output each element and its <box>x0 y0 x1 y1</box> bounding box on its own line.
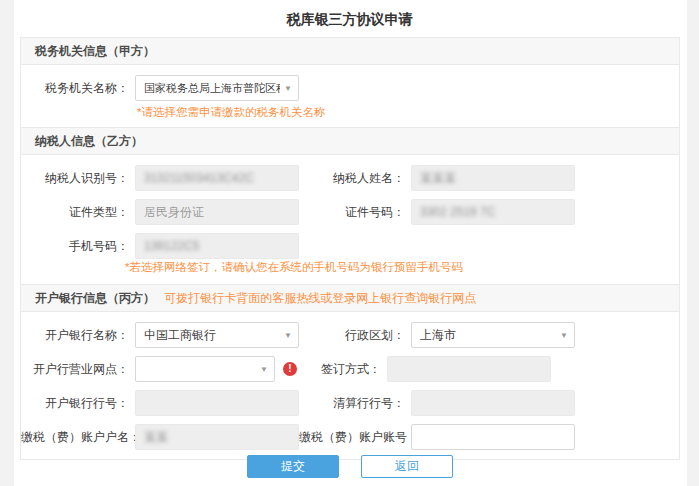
page-title: 税库银三方协议申请 <box>0 0 699 29</box>
bank-name-label: 开户银行名称： <box>21 327 129 344</box>
button-row: 提交 返回 <box>20 455 680 478</box>
submit-button[interactable]: 提交 <box>247 455 339 478</box>
clearing-no-field <box>411 390 575 416</box>
cert-no-label: 证件号码： <box>299 204 405 221</box>
branch-select[interactable]: ▼ <box>135 356 275 382</box>
bank-name-select[interactable]: 中国工商银行 ▼ <box>135 322 299 348</box>
section-title-taxpayer: 纳税人信息（乙方） <box>35 134 143 148</box>
region-value: 上海市 <box>420 327 456 344</box>
bank-no-field <box>135 390 299 416</box>
cert-no-value: 3302 2519 7C <box>420 205 495 219</box>
cert-type-value: 居民身份证 <box>144 204 204 221</box>
account-name-label: 缴税（费）账户户名： <box>21 429 129 446</box>
bank-name-value: 中国工商银行 <box>144 327 216 344</box>
region-select[interactable]: 上海市 ▼ <box>411 322 575 348</box>
bank-row-4: 缴税（费）账户户名： 某某 缴税（费）账户账号： <box>21 420 679 454</box>
tax-authority-hint: *请选择您需申请缴款的税务机关名称 <box>137 105 679 120</box>
sign-method-label: 签订方式： <box>297 361 381 378</box>
chevron-down-icon: ▼ <box>284 331 292 340</box>
cert-no-field: 3302 2519 7C <box>411 199 575 225</box>
bank-row-3: 开户银行行号： 清算行行号： <box>21 386 679 420</box>
taxpayer-row-2: 证件类型： 居民身份证 证件号码： 3302 2519 7C <box>21 195 679 229</box>
cert-type-label: 证件类型： <box>21 204 129 221</box>
tax-authority-value: 国家税务总局上海市普陀区税务局 <box>144 81 280 96</box>
section-taxpayer: 纳税人信息（乙方） 纳税人识别号： 313211503413C42C 纳税人姓名… <box>20 127 680 285</box>
taxpayer-name-value: 某某某 <box>420 170 456 187</box>
clearing-no-label: 清算行行号： <box>299 395 405 412</box>
section-header-bank: 开户银行信息（丙方） 可拨打银行卡背面的客服热线或登录网上银行查询银行网点 <box>21 285 679 312</box>
chevron-down-icon: ▼ <box>560 331 568 340</box>
sign-method-field <box>387 356 551 382</box>
account-no-input[interactable] <box>411 424 575 450</box>
section-header-tax-authority: 税务机关信息（甲方） <box>21 38 679 65</box>
taxpayer-name-label: 纳税人姓名： <box>299 170 405 187</box>
taxpayer-row-3: 手机号码： 139122C5 <box>21 229 679 263</box>
branch-label: 开户行营业网点： <box>21 361 129 378</box>
page-gutter-right <box>687 0 699 486</box>
taxpayer-name-field: 某某某 <box>411 165 575 191</box>
phone-label: 手机号码： <box>21 238 129 255</box>
cert-type-field: 居民身份证 <box>135 199 299 225</box>
region-label: 行政区划： <box>299 327 405 344</box>
section-body-bank: 开户银行名称： 中国工商银行 ▼ 行政区划： 上海市 ▼ 开户行营业网点： <box>21 312 679 459</box>
account-no-label: 缴税（费）账户账号： <box>299 429 405 446</box>
phone-field: 139122C5 <box>135 233 299 259</box>
section-title-tax-authority: 税务机关信息（甲方） <box>35 44 155 58</box>
account-name-value: 某某 <box>144 429 168 446</box>
back-button[interactable]: 返回 <box>361 455 453 478</box>
account-name-field: 某某 <box>135 424 299 450</box>
tax-authority-label: 税务机关名称： <box>21 80 129 97</box>
section-body-taxpayer: 纳税人识别号： 313211503413C42C 纳税人姓名： 某某某 证件类型… <box>21 155 679 284</box>
section-header-taxpayer: 纳税人信息（乙方） <box>21 128 679 155</box>
tax-authority-row: 税务机关名称： 国家税务总局上海市普陀区税务局 ▼ <box>21 71 679 105</box>
section-body-tax-authority: 税务机关名称： 国家税务总局上海市普陀区税务局 ▼ *请选择您需申请缴款的税务机… <box>21 65 679 127</box>
chevron-down-icon: ▼ <box>260 365 268 374</box>
chevron-down-icon: ▼ <box>284 84 292 93</box>
taxpayer-row-1: 纳税人识别号： 313211503413C42C 纳税人姓名： 某某某 <box>21 161 679 195</box>
bank-no-label: 开户银行行号： <box>21 395 129 412</box>
section-tax-authority: 税务机关信息（甲方） 税务机关名称： 国家税务总局上海市普陀区税务局 ▼ *请选… <box>20 37 680 128</box>
bank-section-hint: 可拨打银行卡背面的客服热线或登录网上银行查询银行网点 <box>164 291 476 305</box>
page: 税库银三方协议申请 税务机关信息（甲方） 税务机关名称： 国家税务总局上海市普陀… <box>0 0 699 486</box>
taxpayer-id-value: 313211503413C42C <box>144 171 254 185</box>
form-panel: 税务机关信息（甲方） 税务机关名称： 国家税务总局上海市普陀区税务局 ▼ *请选… <box>20 38 680 460</box>
page-gutter-left <box>0 0 14 486</box>
bank-row-2: 开户行营业网点： ▼ ! 签订方式： <box>21 352 679 386</box>
taxpayer-hint: *若选择网络签订，请确认您在系统的手机号码为银行预留手机号码 <box>125 260 679 275</box>
taxpayer-id-label: 纳税人识别号： <box>21 170 129 187</box>
section-title-bank: 开户银行信息（丙方） <box>35 291 155 305</box>
phone-value: 139122C5 <box>144 239 199 253</box>
bank-row-1: 开户银行名称： 中国工商银行 ▼ 行政区划： 上海市 ▼ <box>21 318 679 352</box>
taxpayer-id-field: 313211503413C42C <box>135 165 299 191</box>
tax-authority-select[interactable]: 国家税务总局上海市普陀区税务局 ▼ <box>135 75 299 101</box>
error-icon: ! <box>283 362 297 376</box>
section-bank: 开户银行信息（丙方） 可拨打银行卡背面的客服热线或登录网上银行查询银行网点 开户… <box>20 284 680 460</box>
